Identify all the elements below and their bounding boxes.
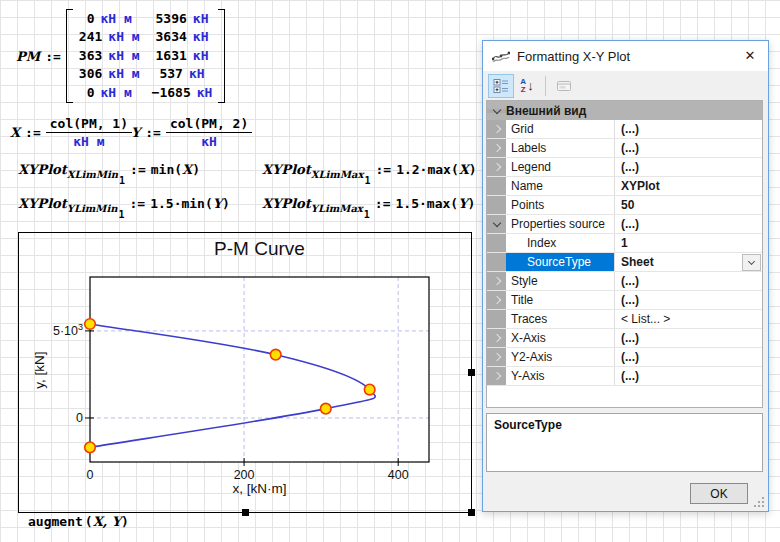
svg-text:5·103: 5·103 xyxy=(53,322,83,338)
close-icon[interactable]: ✕ xyxy=(741,47,759,65)
chevron-down-icon xyxy=(748,257,755,264)
categorized-icon xyxy=(493,78,509,94)
matrix-definition-region[interactable]: PM := 0кН м 5396кН 241кН м 3634кН 363кН … xyxy=(16,8,225,104)
property-row-name[interactable]: Name XYPlot xyxy=(487,177,762,196)
expand-icon[interactable] xyxy=(492,334,500,342)
property-row-index[interactable]: Index 1 xyxy=(487,234,762,253)
matrix: 0кН м 5396кН 241кН м 3634кН 363кН м 1631… xyxy=(66,8,226,104)
augment-expression-region[interactable]: augment(X, Y) xyxy=(28,514,129,529)
alphabetical-sort-button[interactable]: A Z ↓ xyxy=(514,74,540,98)
x-definition-region[interactable]: X := col(PM, 1) кН м xyxy=(10,116,132,149)
collapse-icon[interactable] xyxy=(492,105,500,113)
matrix-bracket-right xyxy=(218,9,225,103)
fraction: col(PM, 1) кН м xyxy=(46,116,132,149)
matrix-var: PM xyxy=(16,49,40,64)
property-row-points[interactable]: Points 50 xyxy=(487,196,762,215)
property-row-title[interactable]: Title (...) xyxy=(487,291,762,310)
expand-icon[interactable] xyxy=(492,144,500,152)
az-sort-icon: A Z xyxy=(520,78,526,94)
ylimmax-definition-region[interactable]: XYPlotYLimMax1 := 1.5·max(Y) xyxy=(262,196,475,211)
property-grid: Внешний вид Grid (...) Labels (...) Lege… xyxy=(486,100,763,408)
expand-icon[interactable] xyxy=(492,277,500,285)
property-row-y2-axis[interactable]: Y2-Axis (...) xyxy=(487,348,762,367)
xy-plot-region[interactable]: P-M Curve 02004005·1030 y, [kN] x, [kN·m… xyxy=(18,232,472,513)
plot-y-axis-label: y, [kN] xyxy=(32,351,47,388)
expand-icon[interactable] xyxy=(492,296,500,304)
selection-handle-corner[interactable] xyxy=(468,509,475,516)
expand-icon[interactable] xyxy=(492,163,500,171)
sort-arrow-icon: ↓ xyxy=(527,78,534,93)
property-row-style[interactable]: Style (...) xyxy=(487,272,762,291)
fraction: col(PM, 2) кН xyxy=(166,116,252,149)
xlimmax-definition-region[interactable]: XYPlotXLimMax1 := 1.2·max(X) xyxy=(262,162,477,177)
property-row-labels[interactable]: Labels (...) xyxy=(487,139,762,158)
svg-text:400: 400 xyxy=(388,468,409,482)
category-header-appearance[interactable]: Внешний вид xyxy=(487,101,762,120)
dialog-title: Formatting X-Y Plot xyxy=(517,49,630,64)
svg-text:0: 0 xyxy=(87,468,94,482)
property-row-y-axis[interactable]: Y-Axis (...) xyxy=(487,367,762,386)
description-title: SourceType xyxy=(494,418,562,432)
property-row-sourcetype[interactable]: SourceType Sheet xyxy=(487,253,762,272)
assign-operator: := xyxy=(45,49,61,64)
property-row-properties-source[interactable]: Properties source (...) xyxy=(487,215,762,234)
property-row-x-axis[interactable]: X-Axis (...) xyxy=(487,329,762,348)
ylimmin-definition-region[interactable]: XYPlotYLimMin1 := 1.5·min(Y) xyxy=(18,196,230,211)
sourcetype-value: Sheet xyxy=(621,255,654,269)
dialog-titlebar[interactable]: Formatting X-Y Plot ✕ xyxy=(483,41,768,71)
svg-text:0: 0 xyxy=(76,411,83,425)
plot-x-axis-label: x, [kN·m] xyxy=(90,481,429,496)
matrix-bracket-left xyxy=(66,9,73,103)
formatting-xy-plot-dialog: Formatting X-Y Plot ✕ A Z ↓ xyxy=(482,40,769,512)
category-label: Внешний вид xyxy=(506,104,586,118)
property-description-panel: SourceType xyxy=(486,413,763,472)
xlimmin-definition-region[interactable]: XYPlotXLimMin1 := min(X) xyxy=(18,162,200,177)
expand-icon[interactable] xyxy=(492,372,500,380)
svg-text:200: 200 xyxy=(234,468,255,482)
property-row-grid[interactable]: Grid (...) xyxy=(487,120,762,139)
selection-handle-right[interactable] xyxy=(468,369,475,376)
collapse-icon[interactable] xyxy=(492,219,500,227)
expand-icon[interactable] xyxy=(492,353,500,361)
categorized-view-button[interactable] xyxy=(488,74,514,98)
property-pages-button xyxy=(551,74,577,98)
xy-plot-canvas[interactable]: 02004005·1030 xyxy=(19,233,471,512)
property-pages-icon xyxy=(556,79,572,93)
y-definition-region[interactable]: Y := col(PM, 2) кН xyxy=(131,116,252,149)
dialog-toolbar: A Z ↓ xyxy=(483,71,768,100)
property-row-legend[interactable]: Legend (...) xyxy=(487,158,762,177)
xy-plot-icon xyxy=(492,49,510,63)
matrix-cells: 0кН м 5396кН 241кН м 3634кН 363кН м 1631… xyxy=(73,8,219,104)
expand-icon[interactable] xyxy=(492,125,500,133)
dropdown-button[interactable] xyxy=(742,254,761,271)
property-row-traces[interactable]: Traces < List... > xyxy=(487,310,762,329)
resize-grip[interactable] xyxy=(754,497,764,507)
toolbar-separator xyxy=(545,76,546,96)
selection-handle-bottom[interactable] xyxy=(242,509,249,516)
ok-button[interactable]: OK xyxy=(690,483,748,504)
